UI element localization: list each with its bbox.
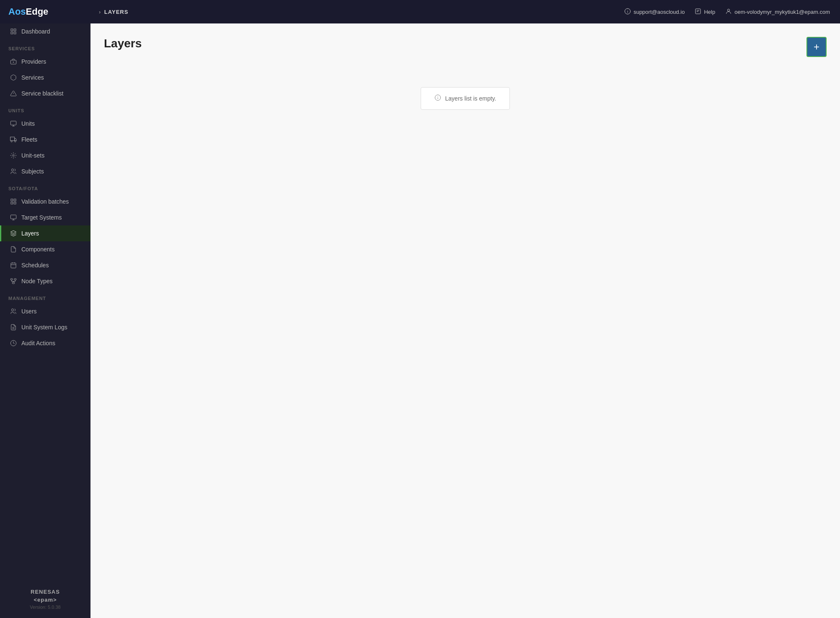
fleets-icon xyxy=(10,136,17,143)
services-label: Services xyxy=(21,74,44,81)
schedules-label: Schedules xyxy=(21,262,49,269)
unit-sets-label: Unit-sets xyxy=(21,152,44,159)
sidebar-item-unit-sets[interactable]: Unit-sets xyxy=(0,147,90,163)
units-icon xyxy=(10,120,17,127)
schedules-icon xyxy=(10,261,17,269)
layers-label: Layers xyxy=(21,230,39,237)
providers-icon xyxy=(10,58,17,65)
sidebar-item-target-systems[interactable]: Target Systems xyxy=(0,209,90,225)
components-icon xyxy=(10,246,17,253)
logo-area: AosEdge xyxy=(0,6,90,17)
sidebar-item-unit-system-logs[interactable]: Unit System Logs xyxy=(0,319,90,335)
brand-renesas: RENESAS xyxy=(31,589,60,595)
section-units-label: UNITS xyxy=(0,101,90,116)
sidebar-item-users[interactable]: Users xyxy=(0,303,90,319)
sidebar-item-node-types[interactable]: Node Types xyxy=(0,273,90,289)
breadcrumb-arrow: › xyxy=(99,9,101,15)
svg-rect-23 xyxy=(11,263,16,268)
sidebar-footer: RENESAS <epam> Version: 5.0.38 xyxy=(0,580,90,618)
providers-label: Providers xyxy=(21,58,46,65)
svg-point-2 xyxy=(728,9,730,11)
unit-system-logs-label: Unit System Logs xyxy=(21,324,67,331)
info-icon xyxy=(434,94,441,103)
page-header: Layers + xyxy=(104,37,827,57)
sidebar-item-validation-batches[interactable]: Validation batches xyxy=(0,194,90,209)
logo-aos: Aos xyxy=(8,6,26,17)
sidebar: Dashboard SERVICES Providers Services Se… xyxy=(0,23,90,618)
svg-rect-12 xyxy=(10,121,16,125)
sidebar-item-layers[interactable]: Layers xyxy=(0,225,90,241)
fleets-label: Fleets xyxy=(21,136,37,143)
empty-state: Layers list is empty. xyxy=(104,70,827,110)
svg-rect-4 xyxy=(14,29,16,31)
support-label: support@aoscloud.io xyxy=(633,9,685,15)
header-actions: support@aoscloud.io Help oem-volodymyr_m… xyxy=(614,8,840,16)
add-icon: + xyxy=(814,42,819,52)
svg-rect-20 xyxy=(11,202,13,204)
sidebar-item-subjects[interactable]: Subjects xyxy=(0,163,90,179)
svg-rect-13 xyxy=(10,137,15,141)
add-layer-button[interactable]: + xyxy=(806,37,827,57)
user-label: oem-volodymyr_mykytiuk1@epam.com xyxy=(734,9,830,15)
components-label: Components xyxy=(21,246,54,253)
services-icon xyxy=(10,74,17,81)
empty-card: Layers list is empty. xyxy=(421,87,510,110)
support-icon xyxy=(624,8,631,16)
dashboard-label: Dashboard xyxy=(21,28,50,35)
svg-rect-1 xyxy=(695,9,700,14)
validation-batches-label: Validation batches xyxy=(21,198,69,205)
sidebar-item-services[interactable]: Services xyxy=(0,70,90,85)
svg-point-17 xyxy=(11,169,13,171)
target-systems-icon xyxy=(10,214,17,221)
svg-rect-3 xyxy=(11,29,13,31)
units-label: Units xyxy=(21,120,35,127)
page-title: Layers xyxy=(104,37,142,50)
svg-point-16 xyxy=(13,155,14,156)
sidebar-item-audit-actions[interactable]: Audit Actions xyxy=(0,335,90,351)
logo-edge: Edge xyxy=(26,6,49,17)
service-blacklist-label: Service blacklist xyxy=(21,90,63,97)
empty-message: Layers list is empty. xyxy=(445,95,496,102)
service-blacklist-icon xyxy=(10,90,17,97)
unit-sets-icon xyxy=(10,152,17,159)
svg-rect-5 xyxy=(11,32,13,34)
brand-epam: <epam> xyxy=(34,597,57,603)
svg-rect-19 xyxy=(14,199,16,201)
users-label: Users xyxy=(21,308,37,315)
svg-rect-22 xyxy=(10,215,16,219)
svg-rect-28 xyxy=(14,279,16,280)
validation-batches-icon xyxy=(10,198,17,205)
target-systems-label: Target Systems xyxy=(21,214,62,221)
svg-point-14 xyxy=(11,141,12,142)
audit-actions-label: Audit Actions xyxy=(21,340,55,346)
sidebar-item-fleets[interactable]: Fleets xyxy=(0,132,90,147)
dashboard-icon xyxy=(10,28,17,35)
help-icon xyxy=(695,8,701,16)
svg-point-34 xyxy=(11,309,13,311)
sidebar-item-components[interactable]: Components xyxy=(0,241,90,257)
sidebar-item-dashboard[interactable]: Dashboard xyxy=(0,23,90,39)
main-layout: Dashboard SERVICES Providers Services Se… xyxy=(0,23,840,618)
top-header: AosEdge › LAYERS support@aoscloud.io Hel… xyxy=(0,0,840,23)
subjects-icon xyxy=(10,168,17,175)
svg-rect-18 xyxy=(11,199,13,201)
svg-rect-27 xyxy=(10,279,13,280)
sidebar-item-units[interactable]: Units xyxy=(0,116,90,132)
svg-point-15 xyxy=(15,141,16,142)
support-link[interactable]: support@aoscloud.io xyxy=(624,8,685,16)
section-management-label: MANAGEMENT xyxy=(0,289,90,303)
help-link[interactable]: Help xyxy=(695,8,715,16)
section-services-label: SERVICES xyxy=(0,39,90,54)
sidebar-item-service-blacklist[interactable]: Service blacklist xyxy=(0,85,90,101)
breadcrumb-label: LAYERS xyxy=(104,9,129,15)
sidebar-item-providers[interactable]: Providers xyxy=(0,54,90,70)
users-icon xyxy=(10,308,17,315)
svg-rect-21 xyxy=(14,202,16,204)
sidebar-item-schedules[interactable]: Schedules xyxy=(0,257,90,273)
unit-system-logs-icon xyxy=(10,323,17,331)
audit-actions-icon xyxy=(10,339,17,347)
subjects-label: Subjects xyxy=(21,168,44,175)
app-logo[interactable]: AosEdge xyxy=(8,6,48,17)
section-sota-fota-label: SOTA/FOTA xyxy=(0,179,90,194)
user-menu[interactable]: oem-volodymyr_mykytiuk1@epam.com xyxy=(725,8,830,16)
